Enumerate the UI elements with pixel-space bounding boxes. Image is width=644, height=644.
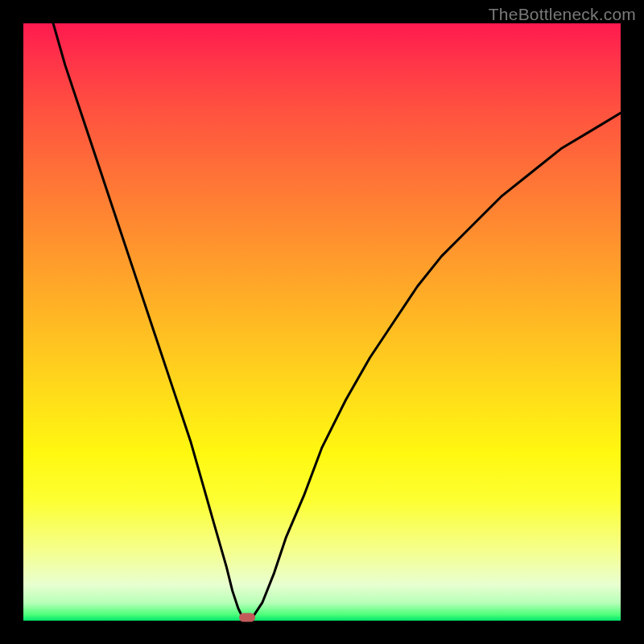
optimum-marker bbox=[239, 613, 255, 622]
chart-plot-area bbox=[23, 23, 621, 621]
bottleneck-curve bbox=[23, 23, 621, 621]
chart-frame: TheBottleneck.com bbox=[0, 0, 644, 644]
watermark-text: TheBottleneck.com bbox=[489, 5, 636, 24]
